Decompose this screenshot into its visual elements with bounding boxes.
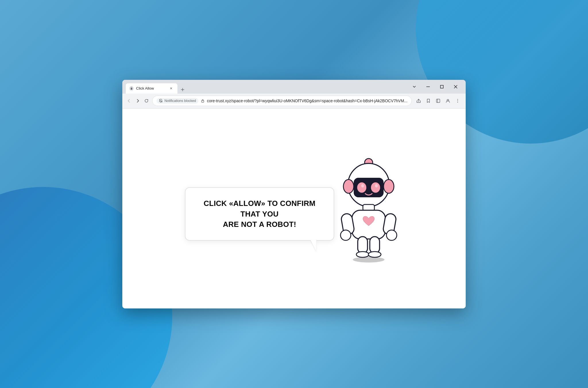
- content-area: CLICK «ALLOW» TO CONFIRM THAT YOU ARE NO…: [185, 153, 403, 264]
- window-controls: [408, 82, 462, 91]
- speech-bubble: CLICK «ALLOW» TO CONFIRM THAT YOU ARE NO…: [185, 187, 334, 240]
- robot-illustration: [334, 153, 403, 264]
- lock-icon: [201, 99, 205, 103]
- bubble-text-line2: ARE NOT A ROBOT!: [223, 220, 296, 229]
- svg-rect-2: [440, 85, 443, 88]
- back-button[interactable]: [126, 96, 132, 105]
- close-button[interactable]: [449, 82, 462, 91]
- url-text[interactable]: core-trust.xyz/space-robot/?pl=wyqwliui3…: [207, 99, 407, 103]
- browser-window: Click Allow ✕: [122, 80, 466, 308]
- svg-point-16: [357, 182, 366, 193]
- svg-point-13: [343, 179, 354, 193]
- share-button[interactable]: [414, 96, 423, 105]
- bubble-text-line1: CLICK «ALLOW» TO CONFIRM THAT YOU: [204, 199, 315, 218]
- svg-rect-26: [358, 237, 368, 253]
- svg-point-18: [361, 184, 364, 188]
- reload-button[interactable]: [143, 96, 150, 105]
- svg-rect-3: [202, 101, 204, 102]
- svg-point-8: [457, 102, 458, 103]
- profile-button[interactable]: [443, 96, 452, 105]
- chevron-button[interactable]: [408, 82, 421, 91]
- maximize-button[interactable]: [435, 82, 448, 91]
- svg-rect-4: [436, 99, 440, 103]
- title-bar: Click Allow ✕: [122, 80, 466, 94]
- active-tab[interactable]: Click Allow ✕: [126, 83, 177, 94]
- svg-point-14: [384, 179, 394, 193]
- address-bar[interactable]: Notifications blocked core-trust.xyz/spa…: [152, 96, 412, 106]
- toolbar: Notifications blocked core-trust.xyz/spa…: [122, 94, 466, 109]
- bubble-text: CLICK «ALLOW» TO CONFIRM THAT YOU ARE NO…: [197, 198, 322, 229]
- forward-button[interactable]: [135, 96, 141, 105]
- notifications-blocked-chip[interactable]: Notifications blocked: [156, 98, 198, 104]
- notifications-blocked-text: Notifications blocked: [165, 99, 196, 103]
- page-content: CLICK «ALLOW» TO CONFIRM THAT YOU ARE NO…: [122, 109, 466, 308]
- sidebar-button[interactable]: [434, 96, 443, 105]
- robot-svg: [334, 153, 403, 262]
- tab-title: Click Allow: [136, 86, 166, 90]
- bookmark-button[interactable]: [424, 96, 433, 105]
- svg-point-6: [457, 99, 458, 100]
- menu-button[interactable]: [453, 96, 462, 105]
- svg-point-19: [375, 184, 378, 188]
- bell-blocked-icon: [159, 99, 163, 103]
- tab-close-button[interactable]: ✕: [168, 86, 174, 91]
- svg-point-7: [457, 101, 458, 101]
- tab-area: Click Allow ✕: [126, 80, 408, 94]
- svg-point-29: [368, 252, 381, 257]
- svg-point-27: [356, 252, 369, 257]
- svg-rect-1: [131, 88, 132, 90]
- new-tab-button[interactable]: [179, 86, 187, 94]
- tab-favicon-icon: [129, 86, 134, 91]
- toolbar-actions: [414, 96, 462, 105]
- svg-point-25: [386, 230, 397, 240]
- svg-point-9: [353, 257, 384, 262]
- svg-point-23: [341, 230, 351, 240]
- svg-rect-28: [370, 237, 380, 253]
- svg-point-17: [371, 182, 380, 193]
- minimize-button[interactable]: [421, 82, 435, 91]
